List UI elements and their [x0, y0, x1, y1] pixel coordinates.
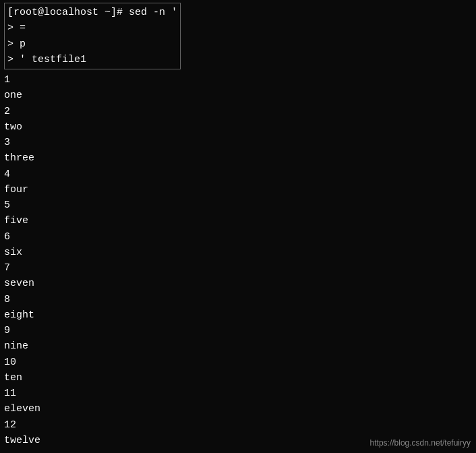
output-line: 3	[4, 135, 472, 150]
output-line: 11	[4, 386, 472, 401]
command-line-3: > p	[7, 36, 177, 52]
output-line: 10	[4, 355, 472, 370]
output-line: five	[4, 213, 472, 229]
command-line-2: > =	[7, 20, 177, 36]
output-line: six	[4, 245, 472, 260]
output-line: 4	[4, 167, 472, 182]
output-line: 12	[4, 417, 472, 433]
output-line: 5	[4, 198, 472, 213]
terminal-window: [root@localhost ~]# sed -n ' > = > p > '…	[0, 0, 476, 453]
output-line: 6	[4, 229, 472, 245]
output-line: 7	[4, 260, 472, 276]
output-line: three	[4, 150, 472, 166]
output-line: seven	[4, 276, 472, 291]
output-container: 1one2two3three4four5five6six7seven8eight…	[4, 72, 472, 448]
output-line: 2	[4, 104, 472, 119]
command-block: [root@localhost ~]# sed -n ' > = > p > '…	[4, 3, 181, 69]
output-line: eight	[4, 307, 472, 323]
output-line: four	[4, 182, 472, 198]
command-line-4: > ' testfile1	[7, 52, 177, 67]
output-line: two	[4, 119, 472, 135]
output-line: ten	[4, 370, 472, 386]
output-line: 1	[4, 72, 472, 88]
watermark: https://blog.csdn.net/tefuiryy	[370, 438, 471, 448]
output-line: one	[4, 88, 472, 103]
output-line: 8	[4, 292, 472, 307]
command-line-1: [root@localhost ~]# sed -n '	[7, 5, 177, 20]
output-line: nine	[4, 338, 472, 354]
output-line: 9	[4, 323, 472, 338]
output-line: eleven	[4, 401, 472, 417]
